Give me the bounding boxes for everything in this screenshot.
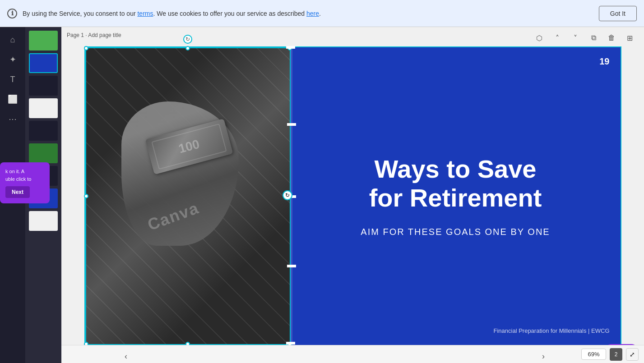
sidebar-elements[interactable]: ✦ bbox=[4, 51, 22, 69]
tooltip-popup: k on it. A uble click to Next bbox=[0, 162, 50, 203]
banner-text: By using the Service, you consent to our… bbox=[23, 10, 599, 17]
terms-link[interactable]: terms bbox=[137, 10, 153, 17]
slide-footer: Financial Preparation for Millennials | … bbox=[494, 327, 610, 334]
slide-title[interactable]: Ways to Savefor Retirement bbox=[351, 155, 560, 213]
sidebar-apps[interactable]: ⋯ bbox=[4, 110, 22, 128]
cookie-banner: ℹ By using the Service, you consent to o… bbox=[0, 0, 644, 27]
zoom-level[interactable]: 69% bbox=[581, 349, 606, 360]
page-indicator: 2 bbox=[610, 348, 622, 361]
arrange-icon[interactable]: ⬡ bbox=[532, 31, 547, 45]
page-title-input[interactable] bbox=[67, 32, 134, 38]
thumbnail-9[interactable] bbox=[29, 211, 58, 231]
chevron-down-icon[interactable]: ˅ bbox=[568, 31, 583, 45]
canvas-toolbar: ⬡ ˄ ˅ ⧉ 🗑 ⊞ bbox=[532, 31, 637, 45]
nav-next-button[interactable]: › bbox=[542, 352, 545, 361]
border-handle-top[interactable] bbox=[286, 46, 295, 49]
border-handle-bot[interactable] bbox=[286, 342, 295, 345]
border-handle-midbot[interactable] bbox=[287, 265, 296, 267]
nav-prev-button[interactable]: ‹ bbox=[125, 352, 127, 361]
thumbnail-5[interactable] bbox=[29, 121, 58, 141]
slide-number: 19 bbox=[599, 56, 609, 67]
slide-image-bg: 100 Canva bbox=[85, 47, 291, 345]
sidebar-text[interactable]: T bbox=[4, 70, 22, 88]
next-button[interactable]: Next bbox=[5, 186, 30, 198]
delete-icon[interactable]: 🗑 bbox=[604, 31, 619, 45]
expand-button[interactable]: ⤢ bbox=[626, 348, 639, 361]
more-options-icon[interactable]: ⊞ bbox=[622, 31, 637, 45]
info-icon: ℹ bbox=[7, 9, 17, 18]
got-it-button[interactable]: Got It bbox=[599, 6, 637, 21]
sidebar-media[interactable]: ⬜ bbox=[4, 90, 22, 108]
slide-subtitle[interactable]: AIM FOR THESE GOALS ONE BY ONE bbox=[361, 227, 550, 237]
thumbnail-1[interactable] bbox=[29, 31, 58, 51]
chevron-up-icon[interactable]: ˄ bbox=[550, 31, 565, 45]
slide-content-panel[interactable]: 19 Ways to Savefor Retirement AIM FOR TH… bbox=[291, 47, 621, 345]
here-link[interactable]: here bbox=[306, 10, 319, 17]
tooltip-text: k on it. A uble click to bbox=[5, 168, 44, 183]
bottom-bar: ‹ 69% 2 ⤢ › bbox=[61, 345, 644, 363]
slide-image-panel[interactable]: 100 Canva bbox=[85, 47, 291, 345]
border-handle-midtop[interactable] bbox=[287, 123, 296, 126]
canvas-area: 100 Canva ↻ 19 Ways to Savefor Retiremen… bbox=[61, 45, 644, 345]
thumbnail-3[interactable] bbox=[29, 76, 58, 96]
sidebar-home[interactable]: ⌂ bbox=[4, 31, 22, 49]
rotate-icon-mid[interactable]: ↻ bbox=[283, 190, 292, 200]
thumbnail-2[interactable] bbox=[29, 53, 58, 73]
thumbnail-4[interactable] bbox=[29, 98, 58, 118]
duplicate-icon[interactable]: ⧉ bbox=[586, 31, 601, 45]
slide-wrapper[interactable]: 100 Canva ↻ 19 Ways to Savefor Retiremen… bbox=[84, 46, 621, 344]
thumbnail-6[interactable] bbox=[29, 143, 58, 163]
